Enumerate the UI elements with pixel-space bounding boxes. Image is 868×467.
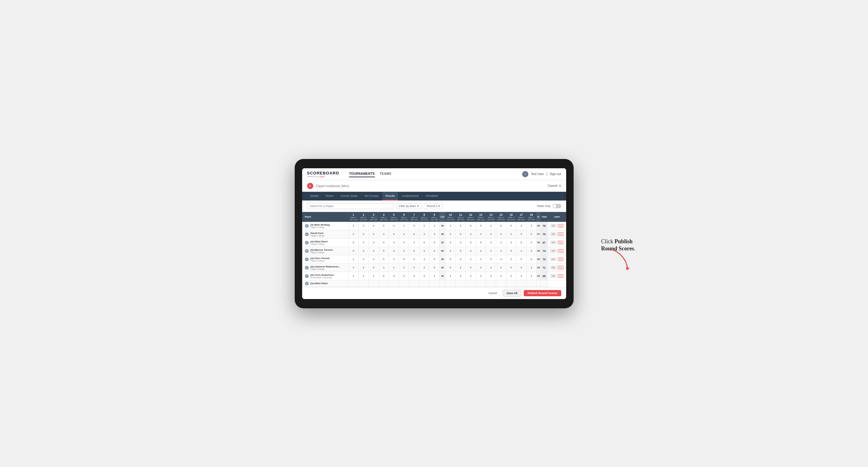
score-hole-12[interactable]: [466, 263, 476, 272]
score-hole-16[interactable]: [506, 272, 516, 280]
score-input-hole-15[interactable]: [497, 230, 505, 238]
score-hole-12[interactable]: [466, 230, 476, 238]
score-hole-6[interactable]: [399, 263, 409, 272]
score-input-hole-16[interactable]: [507, 255, 515, 263]
score-input-hole-6[interactable]: [400, 272, 408, 280]
score-input-hole-6[interactable]: [400, 264, 408, 272]
score-input-hole-16[interactable]: [507, 230, 515, 238]
score-input-hole-3[interactable]: [370, 272, 377, 280]
score-input-hole-1[interactable]: [349, 247, 357, 255]
tab-teams[interactable]: Teams: [322, 192, 337, 200]
dq-button[interactable]: DQ: [558, 274, 564, 278]
score-hole-10[interactable]: [445, 272, 456, 280]
score-hole-11[interactable]: [456, 230, 466, 238]
score-hole-3[interactable]: [368, 255, 379, 263]
score-input-hole-10[interactable]: [447, 239, 454, 247]
score-input-hole-9[interactable]: [431, 255, 438, 263]
score-hole-7[interactable]: [409, 263, 419, 272]
score-input-hole-2[interactable]: [360, 272, 367, 280]
score-hole-13[interactable]: [476, 255, 486, 263]
score-input-hole-14[interactable]: [487, 239, 495, 247]
score-input-hole-10[interactable]: [447, 247, 454, 255]
score-input-hole-10[interactable]: [447, 222, 454, 230]
score-hole-9[interactable]: [429, 255, 439, 263]
score-input-hole-7[interactable]: [410, 247, 418, 255]
score-hole-6[interactable]: [399, 238, 409, 247]
score-hole-16[interactable]: [506, 263, 516, 272]
tab-results[interactable]: Results: [382, 192, 398, 200]
score-hole-11[interactable]: [456, 272, 466, 280]
score-hole-13[interactable]: [476, 222, 486, 230]
score-hole-3[interactable]: [368, 222, 379, 230]
score-hole-3[interactable]: [368, 247, 379, 255]
score-input-hole-2[interactable]: [360, 264, 367, 272]
score-input-hole-11[interactable]: [457, 264, 464, 272]
score-input-hole-17[interactable]: [518, 247, 525, 255]
score-hole-15[interactable]: [496, 263, 506, 272]
score-input-hole-7[interactable]: [410, 264, 418, 272]
score-hole-14[interactable]: [486, 272, 496, 280]
score-input-hole-11[interactable]: [457, 255, 464, 263]
score-hole-3[interactable]: [368, 272, 379, 280]
wd-button[interactable]: WD: [550, 232, 557, 236]
score-input-hole-9[interactable]: [431, 272, 438, 280]
score-hole-5[interactable]: [389, 272, 399, 280]
wd-button[interactable]: WD: [550, 224, 557, 227]
score-hole-1[interactable]: [348, 247, 359, 255]
score-hole-16[interactable]: [506, 222, 516, 230]
score-input-hole-12[interactable]: [467, 264, 474, 272]
publish-round-scores-button[interactable]: Publish Round Scores: [524, 290, 561, 296]
tab-course-setup[interactable]: Course Setup: [338, 192, 361, 200]
score-input-hole-3[interactable]: [370, 222, 377, 230]
score-hole-14[interactable]: [486, 222, 496, 230]
score-input-hole-8[interactable]: [421, 247, 428, 255]
score-input-hole-5[interactable]: [390, 247, 398, 255]
score-hole-14[interactable]: [486, 255, 496, 263]
score-hole-8[interactable]: [419, 247, 430, 255]
score-hole-9[interactable]: [429, 238, 439, 247]
score-hole-7[interactable]: [409, 238, 419, 247]
score-hole-7[interactable]: [409, 222, 419, 230]
score-input-hole-11[interactable]: [457, 247, 464, 255]
dq-button[interactable]: DQ: [558, 241, 564, 244]
score-input-hole-18[interactable]: [528, 230, 535, 238]
score-input-hole-6[interactable]: [400, 247, 408, 255]
score-input-hole-13[interactable]: [477, 239, 485, 247]
score-input-hole-18[interactable]: [528, 255, 535, 263]
score-input-hole-14[interactable]: [487, 255, 495, 263]
score-input-hole-4[interactable]: [380, 264, 388, 272]
score-hole-14[interactable]: [486, 238, 496, 247]
score-input-hole-16[interactable]: [507, 239, 515, 247]
score-input-hole-1[interactable]: [349, 264, 357, 272]
score-hole-2[interactable]: [359, 222, 369, 230]
score-input-hole-13[interactable]: [477, 247, 485, 255]
score-hole-12[interactable]: [466, 272, 476, 280]
score-input-hole-6[interactable]: [400, 230, 408, 238]
score-input-hole-8[interactable]: [421, 239, 428, 247]
score-hole-18[interactable]: [526, 247, 536, 255]
score-input-hole-14[interactable]: [487, 247, 495, 255]
score-hole-15[interactable]: [496, 230, 506, 238]
score-input-hole-15[interactable]: [497, 255, 505, 263]
score-hole-2[interactable]: [359, 272, 369, 280]
score-hole-1[interactable]: [348, 222, 359, 230]
score-input-hole-8[interactable]: [421, 222, 428, 230]
score-hole-15[interactable]: [496, 222, 506, 230]
score-input-hole-9[interactable]: [431, 230, 438, 238]
score-input-hole-2[interactable]: [360, 230, 367, 238]
score-input-hole-1[interactable]: [349, 230, 357, 238]
score-input-hole-12[interactable]: [467, 222, 474, 230]
score-input-hole-13[interactable]: [477, 255, 485, 263]
score-hole-13[interactable]: [476, 272, 486, 280]
score-input-hole-2[interactable]: [360, 247, 367, 255]
score-input-hole-5[interactable]: [390, 222, 398, 230]
score-input-hole-4[interactable]: [380, 255, 388, 263]
score-hole-6[interactable]: [399, 247, 409, 255]
cancel-top-button[interactable]: Cancel ✕: [548, 184, 561, 187]
score-hole-11[interactable]: [456, 222, 466, 230]
score-input-hole-15[interactable]: [497, 264, 505, 272]
score-hole-8[interactable]: [419, 238, 430, 247]
score-hole-13[interactable]: [476, 263, 486, 272]
score-input-hole-9[interactable]: [431, 264, 438, 272]
score-input-hole-17[interactable]: [518, 272, 525, 280]
